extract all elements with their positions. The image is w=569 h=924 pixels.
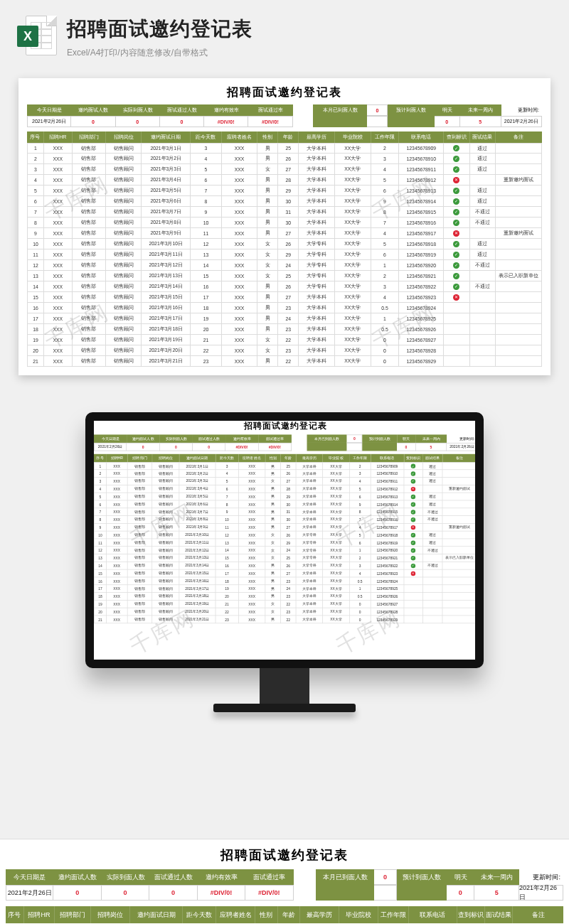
table-cell: XX大学: [335, 281, 371, 292]
column-header: 查到标识: [457, 906, 485, 923]
table-cell: 大学本科: [296, 570, 323, 578]
table-cell: XXX: [222, 249, 258, 260]
table-cell: 2021年3月12日: [142, 260, 191, 271]
table-cell: XXX: [239, 508, 266, 516]
table-cell: 通过: [423, 478, 442, 485]
table-cell: 12345678911: [399, 164, 444, 175]
table-cell: 通过: [470, 239, 496, 249]
table-cell: [404, 585, 423, 593]
table-cell: 表示已入职新单位: [496, 271, 542, 281]
table-cell: [470, 356, 496, 367]
value-next-week: 5: [460, 116, 501, 127]
table-cell: 大学专科: [296, 539, 323, 547]
sheet-title: 招聘面试邀约登记表: [6, 847, 563, 864]
table-cell: 销售顾问: [106, 260, 142, 271]
column-header: 性别: [257, 131, 278, 143]
table-cell: 销售顾问: [106, 175, 142, 186]
column-header: 邀约面试日期: [142, 131, 191, 143]
table-cell: [496, 324, 542, 335]
table-row: 9XXX销售部销售顾问2021年3月9日11XXX男27大学本科XX大学4123…: [27, 228, 542, 239]
table-cell: 男: [265, 516, 281, 524]
table-cell: 男: [257, 207, 278, 217]
table-cell: 2: [27, 154, 44, 164]
table-row: 1XXX销售部销售顾问2021年3月1日3XXX男25大学本科XX大学21234…: [94, 462, 475, 470]
table-cell: 1: [350, 585, 371, 593]
table-cell: 销售顾问: [106, 281, 142, 292]
table-cell: 大学本科: [296, 500, 323, 508]
table-cell: XXX: [107, 485, 128, 493]
x-circle-icon: ✕: [453, 294, 459, 301]
table-cell: [496, 154, 542, 164]
table-cell: ✓: [404, 562, 423, 570]
table-cell: ✓: [444, 271, 469, 281]
table-cell: 不通过: [470, 260, 496, 271]
table-cell: 男: [257, 175, 278, 186]
label-rate2: 面试通过率: [248, 104, 292, 116]
table-cell: 12345678918: [399, 239, 444, 249]
table-cell: XXX: [107, 577, 128, 585]
table-cell: 12345678910: [399, 154, 444, 164]
table-cell: 2021年3月7日: [179, 508, 216, 516]
table-cell: 4: [94, 485, 107, 493]
label-next-week: 未来一周内: [474, 869, 519, 885]
table-cell: XXX: [239, 524, 266, 532]
label-month-arrive: 本月已到面人数: [313, 104, 367, 116]
table-cell: 12345678916: [371, 516, 404, 524]
table-cell: 0: [350, 601, 371, 608]
table-row: 18XXX销售部销售顾问2021年3月18日20XXX男23大学本科XX大学0.…: [27, 324, 542, 335]
table-row: 2XXX销售部销售顾问2021年3月2日4XXX男26大学本科XX大学31234…: [94, 470, 475, 478]
table-cell: [442, 601, 475, 608]
table-cell: 大学本科: [296, 577, 323, 585]
table-row: 4XXX销售部销售顾问2021年3月4日6XXX男28大学本科XX大学51234…: [94, 485, 475, 493]
table-row: 13XXX销售部销售顾问2021年3月13日15XXX女25大学专科XX大学21…: [27, 271, 542, 281]
column-header: 招聘HR: [44, 131, 73, 143]
table-cell: 2021年3月4日: [142, 175, 191, 186]
table-cell: 23: [278, 303, 299, 313]
table-row: 18XXX销售部销售顾问2021年3月18日20XXX男23大学本科XX大学0.…: [94, 593, 475, 601]
table-cell: 男: [257, 313, 278, 324]
table-cell: 2021年3月2日: [142, 154, 191, 164]
table-cell: 男: [265, 470, 281, 478]
table-cell: 男: [257, 356, 278, 367]
table-cell: XX大学: [335, 313, 371, 324]
label-invite-count: 邀约面试人数: [127, 434, 159, 443]
table-cell: XXX: [222, 164, 258, 175]
value-rate2: #DIV/0!: [248, 116, 292, 127]
table-row: 8XXX销售部销售顾问2021年3月8日10XXX男30大学本科XX大学7123…: [94, 516, 475, 524]
table-cell: XXX: [239, 539, 266, 547]
table-cell: XXX: [44, 207, 73, 217]
table-cell: 销售部: [73, 143, 106, 154]
table-cell: 4: [350, 524, 371, 532]
table-cell: 销售部: [73, 175, 106, 186]
table-cell: 24: [278, 313, 299, 324]
table-cell: 重新邀约面试: [496, 228, 542, 239]
table-cell: 2: [350, 554, 371, 562]
table-cell: [496, 345, 542, 356]
table-cell: XXX: [239, 570, 266, 578]
table-cell: XXX: [44, 217, 73, 228]
table-cell: XXX: [107, 516, 128, 524]
table-row: 7XXX销售部销售顾问2021年3月7日9XXX男31大学本科XX大学81234…: [94, 508, 475, 516]
table-cell: 9: [216, 508, 238, 516]
table-cell: XXX: [239, 478, 266, 485]
table-cell: 销售顾问: [152, 470, 179, 478]
table-cell: 销售部: [127, 554, 152, 562]
table-cell: XXX: [44, 175, 73, 186]
table-cell: 29: [281, 539, 297, 547]
table-cell: XXX: [222, 281, 258, 292]
table-cell: 女: [265, 554, 281, 562]
check-circle-icon: ✓: [411, 556, 415, 560]
table-cell: [442, 577, 475, 585]
table-cell: 2021年3月9日: [142, 228, 191, 239]
table-cell: XX大学: [335, 324, 371, 335]
table-cell: 大学专科: [299, 281, 335, 292]
table-cell: XXX: [222, 260, 258, 271]
check-circle-icon: ✓: [411, 502, 415, 506]
label-pass-count: 面试通过人数: [149, 869, 197, 885]
summary-header-row: 今天日期是 邀约面试人数 实际到面人数 面试通过人数 邀约有效率 面试通过率 本…: [94, 434, 475, 443]
table-cell: 12345678923: [399, 292, 444, 303]
table-row: 14XXX销售部销售顾问2021年3月14日16XXX男26大学专科XX大学31…: [94, 562, 475, 570]
table-cell: 2021年3月14日: [179, 562, 216, 570]
table-cell: 12345678921: [399, 271, 444, 281]
table-cell: 12345678927: [371, 601, 404, 608]
